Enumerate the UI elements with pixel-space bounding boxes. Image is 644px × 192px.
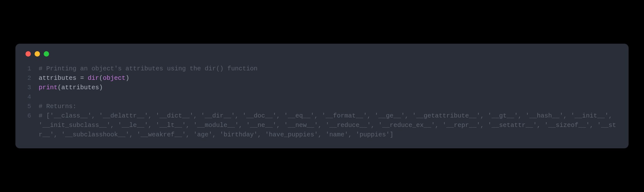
- code-comment: # Printing an object's attributes using …: [39, 65, 258, 72]
- code-punct: (: [99, 74, 103, 82]
- code-window: 1 # Printing an object's attributes usin…: [15, 44, 629, 148]
- code-builtin: print: [39, 84, 58, 91]
- code-comment: # Returns:: [39, 103, 76, 110]
- line-number: 4: [24, 92, 31, 102]
- line-content: print(attributes): [39, 83, 620, 92]
- code-operator: =: [80, 74, 84, 82]
- traffic-lights: [24, 51, 620, 57]
- line-number: 1: [24, 64, 31, 74]
- minimize-icon[interactable]: [35, 51, 40, 57]
- code-builtin: dir: [88, 74, 99, 82]
- code-keyword: object: [103, 74, 125, 82]
- close-icon[interactable]: [25, 51, 31, 57]
- line-content: # Printing an object's attributes using …: [39, 64, 620, 74]
- code-punct: ): [99, 84, 103, 91]
- code-line: 4: [24, 92, 620, 102]
- code-identifier: attributes: [39, 74, 76, 82]
- line-number: 2: [24, 74, 31, 83]
- code-space: [84, 74, 88, 82]
- code-line: 5 # Returns:: [24, 102, 620, 111]
- line-number: 3: [24, 83, 31, 92]
- code-line: 6 # ['__class__', '__delattr__', '__dict…: [24, 111, 620, 140]
- line-content: attributes = dir(object): [39, 74, 620, 83]
- maximize-icon[interactable]: [44, 51, 49, 57]
- line-number: 5: [24, 102, 31, 111]
- line-number: 6: [24, 111, 31, 121]
- code-comment: # ['__class__', '__delattr__', '__dict__…: [39, 112, 616, 138]
- code-identifier: attributes: [61, 84, 99, 91]
- code-line: 1 # Printing an object's attributes usin…: [24, 64, 620, 74]
- line-content: # ['__class__', '__delattr__', '__dict__…: [39, 111, 620, 140]
- code-space: [76, 74, 80, 82]
- code-line: 3 print(attributes): [24, 83, 620, 92]
- code-punct: (: [58, 84, 61, 91]
- code-block: 1 # Printing an object's attributes usin…: [24, 64, 620, 140]
- code-punct: ): [125, 74, 129, 82]
- code-line: 2 attributes = dir(object): [24, 74, 620, 83]
- line-content: # Returns:: [39, 102, 620, 111]
